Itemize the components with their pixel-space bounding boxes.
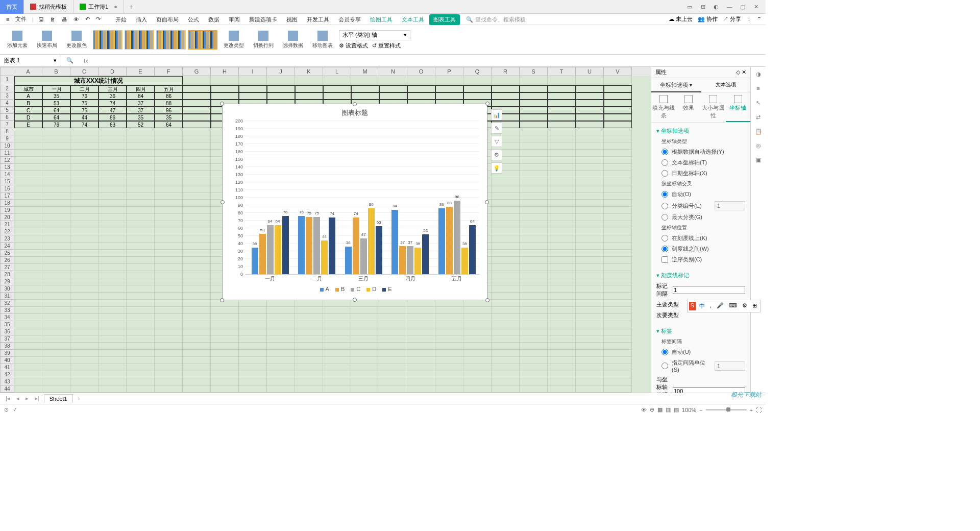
col-header[interactable]: H <box>211 67 239 76</box>
empty-cell[interactable] <box>267 321 295 328</box>
empty-cell[interactable] <box>492 264 520 271</box>
empty-cell[interactable] <box>295 378 323 385</box>
empty-cell[interactable] <box>14 350 42 357</box>
empty-cell[interactable] <box>576 250 604 257</box>
empty-cell[interactable] <box>435 378 463 385</box>
empty-cell[interactable] <box>576 300 604 307</box>
empty-cell[interactable] <box>407 357 435 364</box>
empty-cell[interactable] <box>14 285 42 293</box>
empty-cell[interactable] <box>183 293 211 300</box>
empty-cell[interactable] <box>604 278 632 285</box>
empty-cell[interactable] <box>183 214 211 221</box>
empty-cell[interactable] <box>99 228 127 235</box>
empty-cell[interactable] <box>520 128 548 135</box>
table-cell[interactable]: 84 <box>127 92 155 100</box>
empty-cell[interactable] <box>183 178 211 185</box>
empty-cell[interactable] <box>548 243 576 250</box>
empty-cell[interactable] <box>155 278 183 285</box>
zoom-slider[interactable] <box>706 409 747 411</box>
table-cell[interactable]: 37 <box>127 100 155 107</box>
empty-cell[interactable] <box>239 328 267 335</box>
empty-cell[interactable] <box>267 357 295 364</box>
empty-cell[interactable] <box>42 214 70 221</box>
empty-cell[interactable] <box>492 285 520 293</box>
empty-cell[interactable] <box>576 321 604 328</box>
empty-cell[interactable] <box>127 378 155 385</box>
chart-settings-button[interactable]: ⚙ <box>491 149 502 160</box>
preview-icon[interactable]: 👁 <box>71 16 81 22</box>
empty-cell[interactable] <box>351 335 379 343</box>
empty-cell[interactable] <box>576 221 604 228</box>
empty-cell[interactable] <box>492 235 520 243</box>
empty-cell[interactable] <box>155 293 183 300</box>
row-header[interactable]: 29 <box>0 278 14 285</box>
row-header[interactable]: 3 <box>0 92 14 100</box>
empty-cell[interactable] <box>70 357 99 364</box>
col-header[interactable]: B <box>42 67 70 76</box>
empty-cell[interactable] <box>70 235 99 243</box>
empty-cell[interactable] <box>492 350 520 357</box>
empty-cell[interactable] <box>70 178 99 185</box>
empty-cell[interactable] <box>295 335 323 343</box>
empty-cell[interactable] <box>520 378 548 385</box>
empty-cell[interactable] <box>183 171 211 178</box>
subtab-axis[interactable]: 坐标轴 <box>726 92 751 122</box>
empty-cell[interactable] <box>295 307 323 314</box>
empty-cell[interactable] <box>520 207 548 214</box>
row-header[interactable]: 27 <box>0 264 14 271</box>
ribtab-formula[interactable]: 公式 <box>184 14 203 25</box>
empty-cell[interactable] <box>295 371 323 378</box>
empty-cell[interactable] <box>127 385 155 393</box>
empty-cell[interactable] <box>295 314 323 321</box>
empty-cell[interactable] <box>604 235 632 243</box>
empty-cell[interactable] <box>183 343 211 350</box>
empty-cell[interactable] <box>604 321 632 328</box>
empty-cell[interactable] <box>548 364 576 371</box>
empty-cell[interactable] <box>183 200 211 207</box>
empty-cell[interactable] <box>14 164 42 171</box>
empty-cell[interactable] <box>183 307 211 314</box>
empty-cell[interactable] <box>520 335 548 343</box>
resize-handle[interactable] <box>220 298 224 302</box>
empty-cell[interactable] <box>520 293 548 300</box>
empty-cell[interactable] <box>520 257 548 264</box>
empty-cell[interactable] <box>14 271 42 278</box>
empty-cell[interactable] <box>127 235 155 243</box>
subtab-size[interactable]: 大小与属性 <box>701 92 726 122</box>
table-cell[interactable]: 88 <box>155 100 183 107</box>
empty-cell[interactable] <box>127 328 155 335</box>
empty-cell[interactable] <box>351 328 379 335</box>
table-cell[interactable]: 75 <box>70 107 99 114</box>
empty-cell[interactable] <box>239 343 267 350</box>
chart-elements-button[interactable]: 📊 <box>491 109 502 120</box>
radio-text-axis[interactable] <box>662 159 668 166</box>
empty-cell[interactable] <box>155 228 183 235</box>
empty-cell[interactable] <box>42 243 70 250</box>
empty-cell[interactable] <box>548 250 576 257</box>
collapse-icon[interactable]: ⌃ <box>757 16 762 22</box>
empty-cell[interactable] <box>211 350 239 357</box>
empty-cell[interactable] <box>239 371 267 378</box>
empty-cell[interactable] <box>576 171 604 178</box>
style-thumb-1[interactable] <box>93 30 122 50</box>
maximize-button[interactable]: ▢ <box>738 4 747 10</box>
row-header[interactable]: 32 <box>0 300 14 307</box>
empty-cell[interactable] <box>155 371 183 378</box>
empty-cell[interactable] <box>520 271 548 278</box>
empty-cell[interactable] <box>211 378 239 385</box>
empty-cell[interactable] <box>99 300 127 307</box>
empty-cell[interactable] <box>520 321 548 328</box>
table-cell[interactable]: E <box>14 121 42 128</box>
empty-cell[interactable] <box>99 221 127 228</box>
fx-icon[interactable]: 🔍 <box>61 57 79 64</box>
radio-on-tick[interactable] <box>662 235 668 242</box>
row-header[interactable]: 6 <box>0 114 14 121</box>
empty-cell[interactable] <box>70 157 99 164</box>
empty-cell[interactable] <box>14 135 42 142</box>
save-icon[interactable]: 🖫 <box>36 16 46 22</box>
col-header[interactable]: T <box>548 67 576 76</box>
col-header[interactable]: R <box>492 67 520 76</box>
switch-rowcol-button[interactable]: 切换行列 <box>250 31 277 49</box>
empty-cell[interactable] <box>14 343 42 350</box>
empty-cell[interactable] <box>14 378 42 385</box>
